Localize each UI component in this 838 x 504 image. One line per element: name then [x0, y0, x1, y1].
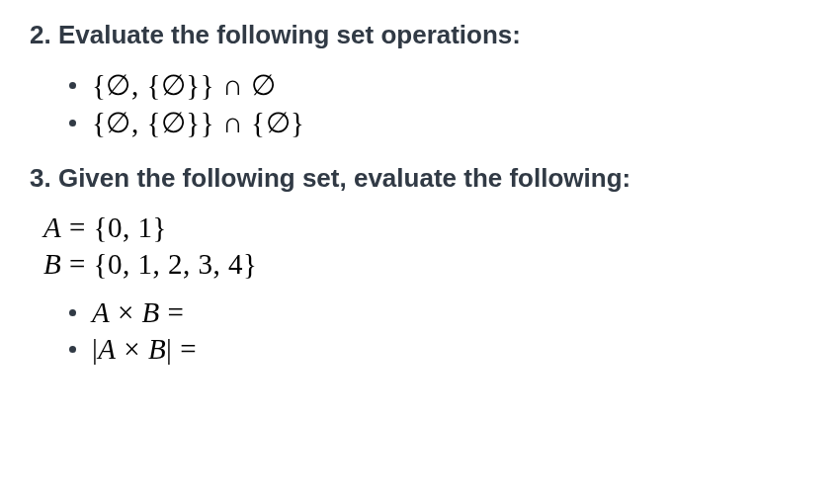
- set-b-definition: B = {0, 1, 2, 3, 4}: [43, 248, 808, 281]
- bullet-icon: [69, 82, 76, 89]
- list-item: |A × B| =: [69, 333, 808, 366]
- bullet-icon: [69, 346, 76, 353]
- question-3-list: A × B = |A × B| =: [69, 296, 808, 366]
- math-expression: {∅, {∅}} ∩ ∅: [92, 68, 277, 102]
- question-3-heading: 3. Given the following set, evaluate the…: [30, 163, 808, 194]
- math-expression: A × B =: [92, 296, 184, 329]
- list-item: {∅, {∅}} ∩ ∅: [69, 68, 808, 102]
- bullet-icon: [69, 309, 76, 316]
- question-2-list: {∅, {∅}} ∩ ∅ {∅, {∅}} ∩ {∅}: [69, 68, 808, 139]
- question-2-heading: 2. Evaluate the following set operations…: [30, 20, 808, 50]
- math-expression: {∅, {∅}} ∩ {∅}: [92, 106, 304, 139]
- set-a-definition: A = {0, 1}: [43, 211, 808, 244]
- math-expression: |A × B| =: [92, 333, 197, 366]
- set-definitions: A = {0, 1} B = {0, 1, 2, 3, 4}: [30, 211, 808, 281]
- list-item: {∅, {∅}} ∩ {∅}: [69, 106, 808, 139]
- list-item: A × B =: [69, 296, 808, 329]
- bullet-icon: [69, 120, 76, 126]
